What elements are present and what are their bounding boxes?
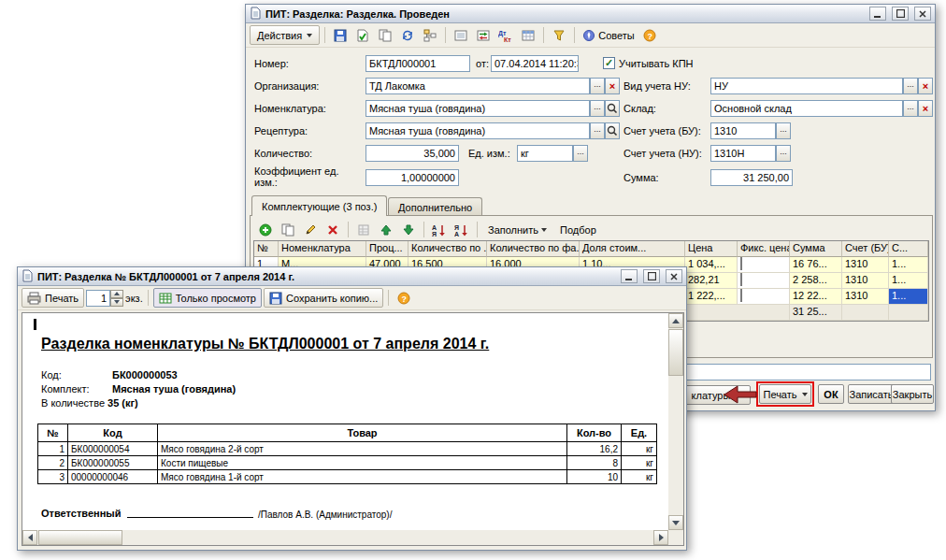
view-only-toggle[interactable]: Только просмотр [153, 288, 262, 308]
close-icon[interactable] [914, 7, 931, 21]
preview-print-button[interactable]: Печать [22, 288, 84, 308]
copies-value[interactable]: 1 [86, 290, 110, 307]
nu-kind-select-button[interactable] [903, 78, 918, 94]
cell-price[interactable]: 1 034,... [685, 257, 738, 273]
pick-button[interactable]: Подбор [554, 220, 602, 239]
vertical-scrollbar[interactable] [668, 313, 683, 530]
recipe-open-button[interactable] [605, 122, 620, 139]
cell-price[interactable]: 282,21 [685, 273, 738, 289]
horizontal-scrollbar[interactable] [22, 530, 668, 545]
nomenclature-open-button[interactable] [605, 100, 620, 117]
filter-icon[interactable] [549, 25, 569, 45]
scroll-down-icon[interactable] [668, 515, 683, 530]
horizontal-scroll-thumb[interactable] [38, 530, 122, 545]
fixed-price-checkbox[interactable] [740, 273, 742, 286]
report-icon[interactable] [518, 25, 538, 45]
kpn-checkbox[interactable] [603, 57, 615, 69]
help-icon[interactable]: ? [394, 288, 414, 308]
main-titlebar[interactable]: ПИТ: Разделка: Разделка. Проведен [246, 5, 935, 23]
delete-row-icon[interactable] [322, 220, 343, 239]
cell-sum[interactable]: 12 22... [790, 289, 842, 305]
account-bu-field[interactable]: 1310 [710, 122, 776, 139]
account-nu-field[interactable]: 1310Н [710, 145, 776, 162]
maximize-icon[interactable] [643, 269, 660, 283]
cell-price[interactable]: 1 222,... [685, 289, 738, 305]
reread-icon[interactable] [397, 25, 418, 45]
cell-account-bu[interactable]: 1310 [842, 257, 889, 273]
date-label: от: [476, 58, 489, 69]
recipe-select-button[interactable] [590, 122, 605, 139]
tips-button[interactable]: Советы [580, 25, 637, 45]
warehouse-select-button[interactable] [903, 100, 918, 117]
save-copy-button[interactable]: Сохранить копию... [264, 288, 383, 308]
cell-account-nu-selected[interactable]: 1... [889, 289, 928, 305]
dtkt-icon[interactable]: ДтКт [495, 25, 516, 45]
cell-account-bu[interactable]: 1310 [842, 289, 889, 305]
nu-kind-clear-button[interactable] [918, 78, 933, 94]
minimize-icon[interactable] [621, 269, 638, 283]
close-button[interactable]: Закрыть [891, 384, 934, 404]
recipe-field[interactable]: Мясная туша (говядина) [366, 122, 590, 139]
fixed-price-checkbox[interactable] [740, 289, 742, 302]
organization-select-button[interactable] [590, 78, 605, 94]
cell-fixed-price[interactable] [738, 289, 790, 305]
close-icon[interactable] [666, 269, 682, 283]
nomenclature-field[interactable]: Мясная туша (говядина) [366, 100, 590, 117]
structure-icon[interactable] [420, 25, 440, 45]
unit-field[interactable]: кг [517, 145, 573, 162]
fixed-price-checkbox[interactable] [740, 257, 742, 270]
number-field[interactable]: БКТДЛ000001 [366, 55, 470, 72]
cell-account-nu[interactable]: 1... [889, 257, 928, 273]
spin-up-icon[interactable] [110, 290, 123, 298]
toolbar-separator [543, 27, 544, 43]
quantity-field[interactable]: 35,000 [366, 145, 459, 162]
save-icon[interactable] [330, 25, 351, 45]
scroll-right-icon[interactable] [653, 530, 668, 545]
cell-sum[interactable]: 2 258... [790, 273, 842, 289]
tab-additional[interactable]: Дополнительно [388, 197, 482, 216]
coefficient-field[interactable]: 1,00000000 [366, 169, 459, 186]
cell-account-nu[interactable]: 1... [889, 273, 928, 289]
movements-icon[interactable] [473, 25, 494, 45]
warehouse-clear-button[interactable] [918, 100, 933, 117]
sort-ascending-icon[interactable]: АЯ [429, 220, 450, 239]
move-up-icon[interactable] [376, 220, 396, 239]
organization-field[interactable]: ТД Лакомка [366, 78, 590, 94]
spin-down-icon[interactable] [110, 298, 123, 307]
add-row-icon[interactable] [255, 220, 276, 239]
edit-row-icon[interactable] [300, 220, 321, 239]
date-field[interactable]: 07.04.2014 11:20:34 [491, 55, 579, 72]
nu-kind-field[interactable]: НУ [710, 78, 903, 94]
cell-fixed-price[interactable] [738, 257, 790, 273]
copy-row-icon[interactable] [278, 220, 298, 239]
journal-icon[interactable] [451, 25, 471, 45]
actions-button[interactable]: Действия [250, 25, 320, 45]
copy-document-icon[interactable] [375, 25, 395, 45]
nomenclature-select-button[interactable] [590, 100, 605, 117]
scroll-up-icon[interactable] [668, 313, 683, 328]
tab-components[interactable]: Комплектующие (3 поз.) [251, 195, 387, 216]
maximize-icon[interactable] [892, 7, 909, 21]
unit-select-button[interactable] [573, 145, 588, 162]
cell-account-bu[interactable]: 1310 [842, 273, 889, 289]
organization-clear-button[interactable] [605, 78, 620, 94]
cell-sum[interactable]: 16 76... [790, 257, 842, 273]
account-nu-select-button[interactable] [776, 145, 791, 162]
ok-button[interactable]: ОК [818, 384, 844, 404]
sum-field[interactable]: 31 250,00 [710, 169, 793, 186]
scroll-left-icon[interactable] [22, 530, 37, 545]
preview-titlebar[interactable]: ПИТ: Разделка № БКТДЛ000001 от 7 апреля … [18, 267, 686, 286]
minimize-icon[interactable] [869, 7, 886, 21]
help-icon[interactable]: ? [639, 25, 660, 45]
fill-button[interactable]: Заполнить [482, 220, 552, 239]
row-order-icon[interactable] [353, 220, 374, 239]
account-bu-select-button[interactable] [776, 122, 791, 139]
save-button[interactable]: Записать [848, 384, 895, 404]
sort-descending-icon[interactable]: ЯА [452, 220, 472, 239]
copies-stepper[interactable]: 1 [86, 290, 123, 307]
post-document-icon[interactable] [352, 25, 373, 45]
cell-fixed-price[interactable] [738, 273, 790, 289]
move-down-icon[interactable] [398, 220, 419, 239]
vertical-scroll-thumb[interactable] [668, 329, 683, 376]
warehouse-field[interactable]: Основной склад [710, 100, 903, 117]
